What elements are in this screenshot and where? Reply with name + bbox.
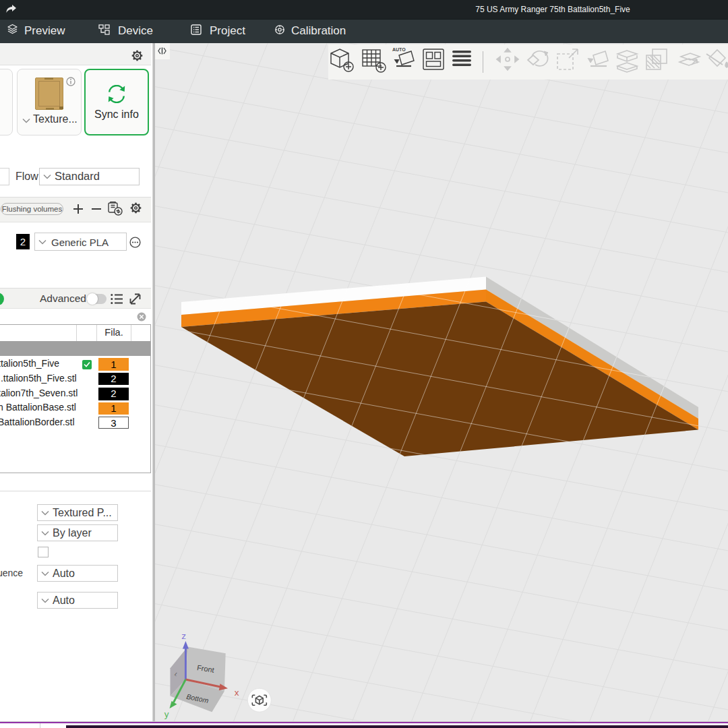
svg-text:y: y <box>164 709 169 719</box>
svg-text:x: x <box>235 688 239 698</box>
svg-text:AUTO: AUTO <box>392 47 406 52</box>
svg-text:z: z <box>181 631 186 641</box>
